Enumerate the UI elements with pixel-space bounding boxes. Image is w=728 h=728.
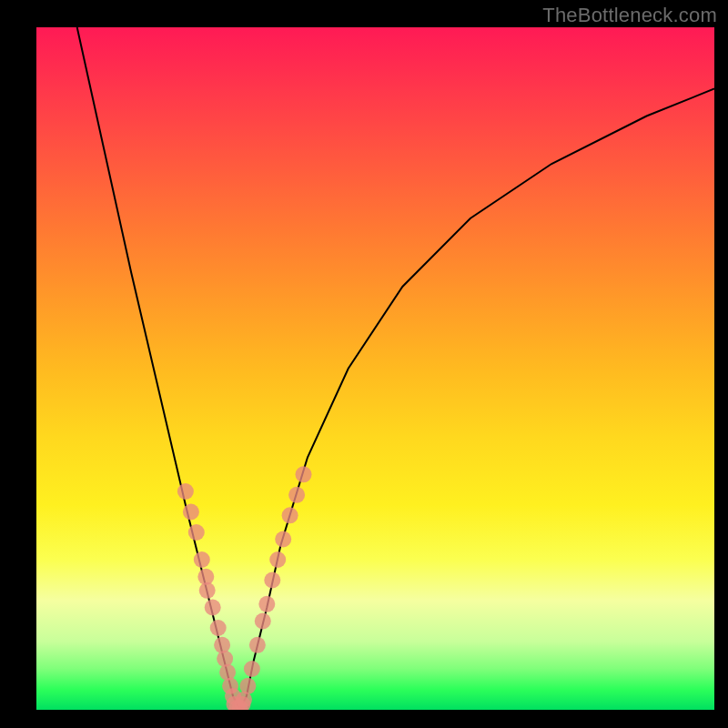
sample-dot	[210, 620, 227, 636]
sample-dot	[214, 637, 230, 653]
chart-frame: TheBottleneck.com	[0, 0, 728, 728]
sample-dot	[264, 572, 280, 589]
dot-layer	[177, 466, 312, 710]
sample-dot	[194, 551, 210, 568]
bottleneck-curve	[77, 27, 714, 710]
watermark-text: TheBottleneck.com	[542, 4, 717, 27]
sample-dot	[188, 524, 205, 541]
sample-dot	[296, 466, 312, 482]
sample-dot	[249, 637, 266, 653]
sample-dot	[258, 596, 275, 612]
plot-area	[36, 27, 714, 710]
sample-dot	[282, 507, 298, 523]
sample-dot	[205, 600, 221, 616]
sample-dot	[275, 531, 291, 548]
sample-dot	[244, 661, 260, 677]
sample-dot	[288, 487, 305, 503]
sample-dot	[183, 504, 199, 521]
sample-dot	[269, 551, 286, 568]
sample-dot	[255, 613, 271, 630]
sample-dot	[217, 651, 233, 667]
sample-dot	[219, 664, 236, 681]
sample-dot	[239, 678, 256, 694]
sample-dot	[199, 582, 216, 599]
curve-layer	[36, 27, 714, 710]
sample-dot	[177, 483, 194, 500]
